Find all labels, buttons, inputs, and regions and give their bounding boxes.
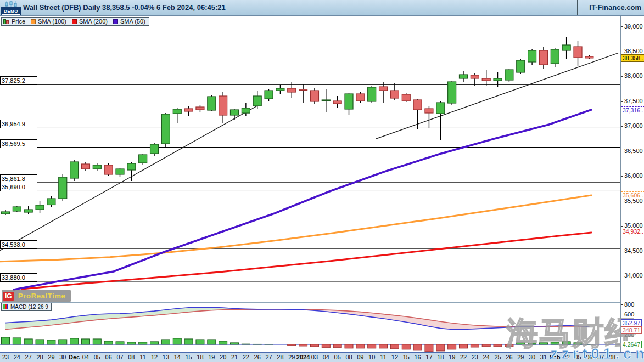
candle-body[interactable] (196, 107, 204, 110)
date-label: 03 (311, 354, 318, 360)
macd-histogram-bar (36, 340, 44, 344)
candle-body[interactable] (13, 207, 21, 211)
candle-body[interactable] (139, 155, 147, 163)
candle-body[interactable] (390, 90, 399, 98)
candle-body[interactable] (574, 47, 582, 58)
date-label: 26 (254, 354, 261, 360)
macd-histogram-bar (390, 344, 399, 349)
macd-histogram-bar (70, 338, 79, 344)
macd-value-box-hist: 4.2647 (621, 341, 642, 348)
date-label: 23 (472, 354, 478, 360)
macd-histogram-bar (219, 341, 227, 344)
itfinance-brand-link[interactable]: IT-Finance.com (577, 0, 644, 15)
candle-body[interactable] (208, 97, 216, 110)
ig-logo: IG (3, 292, 14, 301)
demo-badge: DEMO (2, 1, 19, 15)
level-price-label: 33,880.0 (0, 273, 37, 282)
date-label: 22 (243, 354, 249, 360)
candle-body[interactable] (104, 165, 113, 174)
date-label: 08 (345, 354, 352, 360)
chart-application-window: DEMO Wall Street (DFB) Daily 38,358.5 -0… (0, 0, 644, 362)
level-price-label: 36,954.9 (0, 120, 37, 128)
candle-body[interactable] (116, 169, 124, 174)
candle-body[interactable] (505, 70, 513, 80)
macd-histogram-bar (505, 344, 513, 347)
candle-body[interactable] (24, 210, 32, 212)
candle-body[interactable] (482, 78, 490, 81)
macd-axis-tick: 800 (621, 301, 634, 308)
mini-candles-icon (5, 1, 18, 8)
candle-body[interactable] (184, 109, 193, 111)
candle-body[interactable] (70, 162, 79, 178)
macd-histogram-bar (551, 342, 559, 344)
candle-body[interactable] (562, 45, 570, 50)
instrument-title: Wall Street (DFB) Daily 38,358.5 -0.04% … (23, 3, 226, 12)
macd-histogram-bar (379, 344, 388, 348)
macd-histogram-bar (139, 342, 147, 344)
candle-body[interactable] (471, 75, 479, 78)
macd-histogram-bar (24, 339, 32, 344)
macd-histogram-bar (460, 344, 468, 348)
date-label: 07 (597, 354, 604, 360)
macd-value-box-macd: 352.97 (621, 319, 642, 327)
candle-body[interactable] (494, 78, 502, 81)
candle-body[interactable] (299, 89, 307, 90)
candle-body[interactable] (551, 49, 559, 64)
macd-histogram-bar (562, 342, 570, 344)
candle-body[interactable] (460, 75, 468, 78)
candle-body[interactable] (150, 144, 159, 154)
candle-body[interactable] (242, 108, 250, 113)
candle-body[interactable] (528, 50, 536, 62)
macd-histogram-bar (173, 338, 181, 344)
macd-histogram-bar (528, 343, 536, 344)
date-label: 29 (288, 354, 295, 360)
candle-body[interactable] (436, 103, 445, 114)
candle-body[interactable] (265, 90, 273, 99)
date-label: 20 (220, 354, 226, 360)
date-label: 09 (357, 354, 363, 360)
candle-body[interactable] (276, 88, 284, 90)
candle-body[interactable] (333, 101, 341, 104)
candle-body[interactable] (173, 109, 181, 114)
candle-body[interactable] (310, 90, 318, 101)
candle-body[interactable] (93, 165, 101, 169)
candle-body[interactable] (413, 100, 422, 110)
price-axis[interactable]: 39,00038,50038,00037,50037,00036,50036,0… (620, 16, 644, 352)
date-label: 10 (368, 354, 375, 360)
candle-body[interactable] (368, 87, 376, 101)
macd-histogram-bar (333, 344, 341, 348)
candle-body[interactable] (59, 177, 67, 199)
candle-body[interactable] (322, 100, 330, 101)
candle-body[interactable] (2, 212, 10, 214)
candle-body[interactable] (448, 82, 456, 103)
candle-body[interactable] (253, 96, 261, 106)
candle-body[interactable] (36, 205, 44, 210)
candle-body[interactable] (47, 199, 55, 205)
candle-body[interactable] (539, 50, 547, 65)
macd-histogram-bar (322, 344, 330, 348)
macd-histogram-bar (517, 343, 525, 344)
candle-body[interactable] (127, 163, 136, 170)
candle-body[interactable] (81, 164, 89, 169)
candle-body[interactable] (356, 94, 365, 101)
candle-body[interactable] (288, 88, 296, 92)
date-label: 02 (563, 354, 570, 360)
candle-body[interactable] (231, 110, 239, 115)
date-label: 12 (391, 354, 398, 360)
date-label: 07 (116, 354, 123, 360)
candle-body[interactable] (425, 109, 433, 113)
candle-body[interactable] (345, 94, 353, 109)
macd-histogram-bar (425, 344, 433, 352)
main-price-chart[interactable] (0, 16, 620, 302)
date-axis[interactable]: 232427282930Dec0405060708111213141518192… (0, 352, 644, 362)
candle-body[interactable] (585, 56, 593, 58)
candle-body[interactable] (219, 96, 227, 115)
candle-body[interactable] (402, 94, 410, 101)
macd-histogram-bar (196, 340, 204, 344)
candle-body[interactable] (379, 87, 388, 90)
date-label: 15 (403, 354, 410, 360)
candle-body[interactable] (517, 60, 525, 72)
candle-body[interactable] (161, 114, 170, 144)
macd-indicator-chart[interactable] (0, 303, 620, 352)
trend-line (0, 104, 260, 250)
